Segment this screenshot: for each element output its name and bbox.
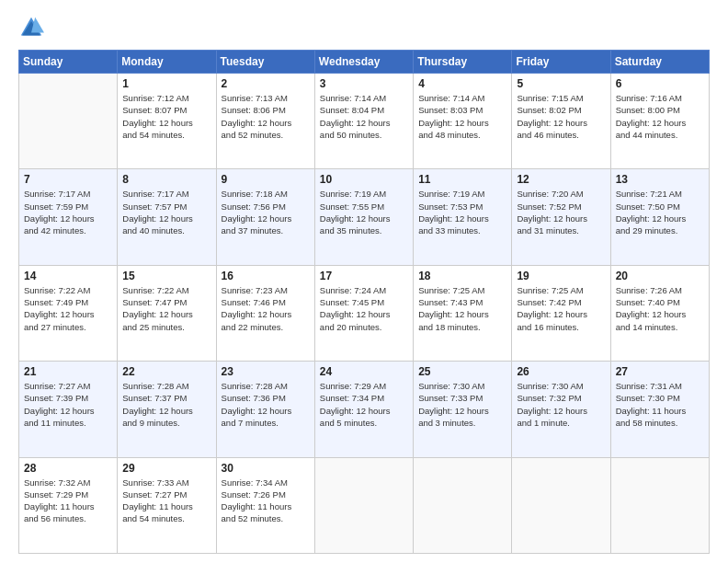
logo (18, 15, 48, 40)
day-number: 29 (122, 462, 210, 475)
calendar-week-row: 28Sunrise: 7:32 AM Sunset: 7:29 PM Dayli… (19, 457, 710, 553)
calendar-cell (314, 457, 413, 553)
day-number: 26 (517, 365, 605, 378)
day-number: 21 (24, 365, 112, 378)
calendar-cell: 5Sunrise: 7:15 AM Sunset: 8:02 PM Daylig… (512, 74, 610, 169)
day-number: 11 (418, 173, 506, 186)
calendar-cell (19, 74, 118, 169)
day-number: 6 (616, 77, 704, 90)
calendar-cell: 2Sunrise: 7:13 AM Sunset: 8:06 PM Daylig… (216, 74, 314, 169)
col-tuesday: Tuesday (216, 51, 314, 74)
calendar-cell: 7Sunrise: 7:17 AM Sunset: 7:59 PM Daylig… (19, 169, 118, 265)
col-wednesday: Wednesday (314, 51, 413, 74)
day-number: 28 (24, 462, 112, 475)
calendar-cell: 20Sunrise: 7:26 AM Sunset: 7:40 PM Dayli… (610, 265, 709, 361)
day-number: 12 (517, 173, 605, 186)
day-number: 23 (222, 365, 310, 378)
day-number: 20 (616, 270, 704, 282)
day-number: 19 (517, 270, 605, 282)
calendar-cell: 23Sunrise: 7:28 AM Sunset: 7:36 PM Dayli… (216, 362, 314, 457)
calendar-cell: 17Sunrise: 7:24 AM Sunset: 7:45 PM Dayli… (314, 265, 413, 361)
calendar-cell: 25Sunrise: 7:30 AM Sunset: 7:33 PM Dayli… (414, 362, 512, 457)
day-number: 3 (320, 77, 408, 90)
calendar-cell: 10Sunrise: 7:19 AM Sunset: 7:55 PM Dayli… (314, 169, 413, 265)
header (18, 15, 710, 40)
day-info: Sunrise: 7:23 AM Sunset: 7:46 PM Dayligh… (222, 284, 310, 333)
calendar-cell: 22Sunrise: 7:28 AM Sunset: 7:37 PM Dayli… (118, 362, 216, 457)
calendar-header-row: Sunday Monday Tuesday Wednesday Thursday… (19, 51, 710, 74)
day-info: Sunrise: 7:30 AM Sunset: 7:33 PM Dayligh… (418, 380, 506, 429)
day-info: Sunrise: 7:19 AM Sunset: 7:53 PM Dayligh… (418, 188, 506, 236)
day-number: 24 (320, 365, 408, 378)
day-info: Sunrise: 7:24 AM Sunset: 7:45 PM Dayligh… (320, 284, 408, 333)
day-info: Sunrise: 7:27 AM Sunset: 7:39 PM Dayligh… (24, 380, 112, 429)
col-sunday: Sunday (19, 51, 118, 74)
day-number: 14 (24, 270, 112, 282)
day-info: Sunrise: 7:25 AM Sunset: 7:42 PM Dayligh… (517, 284, 605, 333)
day-number: 25 (418, 365, 506, 378)
day-number: 18 (418, 270, 506, 282)
logo-icon (18, 15, 44, 40)
calendar-cell: 13Sunrise: 7:21 AM Sunset: 7:50 PM Dayli… (610, 169, 709, 265)
day-info: Sunrise: 7:33 AM Sunset: 7:27 PM Dayligh… (122, 477, 210, 525)
day-info: Sunrise: 7:14 AM Sunset: 8:04 PM Dayligh… (320, 92, 408, 141)
calendar-cell: 6Sunrise: 7:16 AM Sunset: 8:00 PM Daylig… (610, 74, 709, 169)
calendar-cell: 16Sunrise: 7:23 AM Sunset: 7:46 PM Dayli… (216, 265, 314, 361)
day-number: 1 (122, 77, 210, 90)
day-number: 17 (320, 270, 408, 282)
day-info: Sunrise: 7:12 AM Sunset: 8:07 PM Dayligh… (122, 92, 210, 141)
day-info: Sunrise: 7:16 AM Sunset: 8:00 PM Dayligh… (616, 92, 704, 141)
calendar-week-row: 7Sunrise: 7:17 AM Sunset: 7:59 PM Daylig… (19, 169, 710, 265)
calendar-cell: 21Sunrise: 7:27 AM Sunset: 7:39 PM Dayli… (19, 362, 118, 457)
calendar-table: Sunday Monday Tuesday Wednesday Thursday… (18, 50, 710, 554)
calendar-week-row: 1Sunrise: 7:12 AM Sunset: 8:07 PM Daylig… (19, 74, 710, 169)
day-info: Sunrise: 7:21 AM Sunset: 7:50 PM Dayligh… (616, 188, 704, 236)
day-info: Sunrise: 7:22 AM Sunset: 7:49 PM Dayligh… (24, 284, 112, 333)
day-info: Sunrise: 7:25 AM Sunset: 7:43 PM Dayligh… (418, 284, 506, 333)
day-info: Sunrise: 7:26 AM Sunset: 7:40 PM Dayligh… (616, 284, 704, 333)
calendar-cell: 15Sunrise: 7:22 AM Sunset: 7:47 PM Dayli… (118, 265, 216, 361)
calendar-cell: 24Sunrise: 7:29 AM Sunset: 7:34 PM Dayli… (314, 362, 413, 457)
day-number: 13 (616, 173, 704, 186)
calendar-cell: 28Sunrise: 7:32 AM Sunset: 7:29 PM Dayli… (19, 457, 118, 553)
col-monday: Monday (118, 51, 216, 74)
calendar-cell: 11Sunrise: 7:19 AM Sunset: 7:53 PM Dayli… (414, 169, 512, 265)
day-info: Sunrise: 7:17 AM Sunset: 7:59 PM Dayligh… (24, 188, 112, 236)
calendar-week-row: 21Sunrise: 7:27 AM Sunset: 7:39 PM Dayli… (19, 362, 710, 457)
calendar-cell: 18Sunrise: 7:25 AM Sunset: 7:43 PM Dayli… (414, 265, 512, 361)
day-number: 2 (222, 77, 310, 90)
day-info: Sunrise: 7:17 AM Sunset: 7:57 PM Dayligh… (122, 188, 210, 236)
col-thursday: Thursday (414, 51, 512, 74)
col-saturday: Saturday (610, 51, 709, 74)
day-info: Sunrise: 7:20 AM Sunset: 7:52 PM Dayligh… (517, 188, 605, 236)
calendar-cell: 14Sunrise: 7:22 AM Sunset: 7:49 PM Dayli… (19, 265, 118, 361)
day-info: Sunrise: 7:32 AM Sunset: 7:29 PM Dayligh… (24, 477, 112, 525)
calendar-cell: 8Sunrise: 7:17 AM Sunset: 7:57 PM Daylig… (118, 169, 216, 265)
day-number: 7 (24, 173, 112, 186)
day-info: Sunrise: 7:18 AM Sunset: 7:56 PM Dayligh… (222, 188, 310, 236)
calendar-cell (610, 457, 709, 553)
col-friday: Friday (512, 51, 610, 74)
calendar-cell: 26Sunrise: 7:30 AM Sunset: 7:32 PM Dayli… (512, 362, 610, 457)
calendar-cell: 27Sunrise: 7:31 AM Sunset: 7:30 PM Dayli… (610, 362, 709, 457)
calendar-week-row: 14Sunrise: 7:22 AM Sunset: 7:49 PM Dayli… (19, 265, 710, 361)
day-number: 27 (616, 365, 704, 378)
day-number: 8 (122, 173, 210, 186)
day-info: Sunrise: 7:13 AM Sunset: 8:06 PM Dayligh… (222, 92, 310, 141)
calendar-cell: 30Sunrise: 7:34 AM Sunset: 7:26 PM Dayli… (216, 457, 314, 553)
day-info: Sunrise: 7:14 AM Sunset: 8:03 PM Dayligh… (418, 92, 506, 141)
day-info: Sunrise: 7:15 AM Sunset: 8:02 PM Dayligh… (517, 92, 605, 141)
day-number: 9 (222, 173, 310, 186)
calendar-cell: 9Sunrise: 7:18 AM Sunset: 7:56 PM Daylig… (216, 169, 314, 265)
calendar-cell (414, 457, 512, 553)
day-number: 22 (122, 365, 210, 378)
day-number: 15 (122, 270, 210, 282)
calendar-cell: 19Sunrise: 7:25 AM Sunset: 7:42 PM Dayli… (512, 265, 610, 361)
calendar-cell: 12Sunrise: 7:20 AM Sunset: 7:52 PM Dayli… (512, 169, 610, 265)
day-number: 10 (320, 173, 408, 186)
page: Sunday Monday Tuesday Wednesday Thursday… (0, 0, 728, 563)
day-info: Sunrise: 7:22 AM Sunset: 7:47 PM Dayligh… (122, 284, 210, 333)
day-info: Sunrise: 7:34 AM Sunset: 7:26 PM Dayligh… (222, 477, 310, 525)
calendar-cell: 1Sunrise: 7:12 AM Sunset: 8:07 PM Daylig… (118, 74, 216, 169)
calendar-cell: 4Sunrise: 7:14 AM Sunset: 8:03 PM Daylig… (414, 74, 512, 169)
